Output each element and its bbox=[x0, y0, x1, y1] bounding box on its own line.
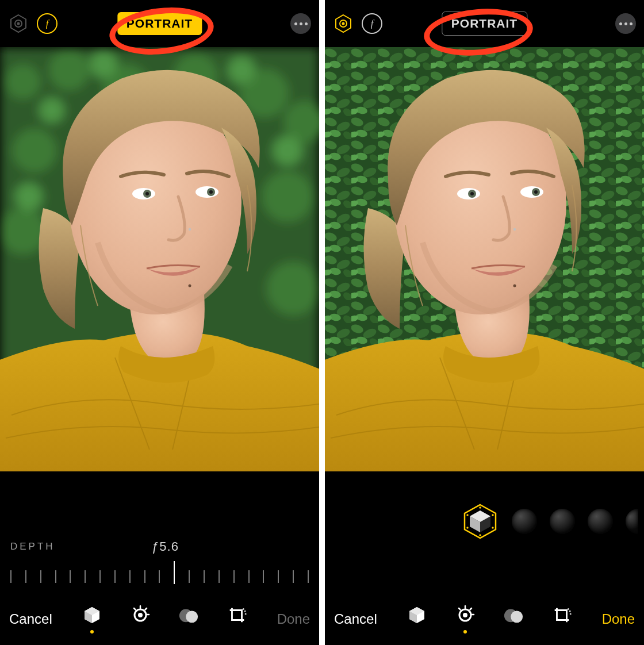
lighting-option-studio[interactable] bbox=[512, 509, 537, 534]
svg-point-75 bbox=[568, 609, 569, 610]
svg-line-72 bbox=[459, 608, 461, 610]
svg-point-10 bbox=[13, 129, 56, 172]
ruler-tick bbox=[218, 570, 220, 583]
svg-point-28 bbox=[189, 285, 191, 287]
ruler-tick bbox=[159, 570, 160, 583]
active-tab-dot bbox=[90, 630, 94, 634]
svg-point-19 bbox=[15, 183, 43, 210]
svg-point-62 bbox=[492, 514, 493, 516]
ruler-marker[interactable] bbox=[174, 561, 175, 584]
svg-point-38 bbox=[244, 611, 246, 612]
depth-readout: DEPTH ƒ5.6 bbox=[0, 531, 319, 559]
svg-point-64 bbox=[479, 534, 481, 536]
tab-adjust[interactable] bbox=[455, 605, 476, 634]
photo-preview[interactable] bbox=[325, 47, 644, 471]
ruler-tick bbox=[233, 570, 235, 583]
bottom-tabbar: Cancel bbox=[0, 593, 319, 645]
top-left-icon-group: f bbox=[333, 13, 382, 34]
ruler-tick bbox=[129, 570, 131, 583]
svg-point-56 bbox=[534, 190, 538, 194]
ruler-tick bbox=[85, 570, 86, 583]
edit-mode-tabs bbox=[52, 605, 277, 634]
ruler-tick bbox=[204, 570, 205, 583]
portrait-mode-badge[interactable]: PORTRAIT bbox=[117, 12, 202, 35]
svg-point-30 bbox=[138, 613, 143, 617]
svg-point-66 bbox=[466, 514, 468, 516]
portrait-mode-badge[interactable]: PORTRAIT bbox=[442, 11, 527, 36]
ruler-tick bbox=[293, 570, 294, 583]
svg-point-77 bbox=[570, 613, 571, 615]
ruler-tick bbox=[99, 570, 101, 583]
cancel-button[interactable]: Cancel bbox=[9, 611, 52, 627]
tab-adjust[interactable] bbox=[130, 605, 151, 634]
more-horizontal-icon bbox=[619, 22, 622, 25]
spacer bbox=[325, 559, 644, 593]
ruler-tick bbox=[114, 570, 116, 583]
bottom-controls: Cancel bbox=[325, 471, 644, 645]
svg-point-57 bbox=[513, 228, 516, 231]
lighting-option-natural[interactable] bbox=[461, 502, 499, 540]
more-button[interactable] bbox=[290, 13, 311, 34]
svg-point-27 bbox=[189, 228, 191, 231]
svg-point-17 bbox=[228, 56, 255, 84]
ruler-tick bbox=[25, 570, 26, 583]
svg-point-2 bbox=[17, 22, 20, 25]
tab-filters[interactable] bbox=[503, 605, 524, 634]
svg-point-74 bbox=[511, 611, 523, 623]
svg-point-65 bbox=[466, 527, 468, 528]
top-toolbar: f PORTRAIT bbox=[0, 0, 319, 47]
svg-point-26 bbox=[209, 190, 213, 194]
svg-point-42 bbox=[342, 22, 345, 25]
lighting-option-stage[interactable] bbox=[588, 509, 613, 534]
svg-point-37 bbox=[243, 609, 244, 610]
depth-slider[interactable] bbox=[0, 559, 319, 593]
bottom-controls: DEPTH ƒ5.6 Cancel bbox=[0, 471, 319, 645]
svg-line-32 bbox=[145, 608, 147, 610]
done-button[interactable]: Done bbox=[277, 611, 310, 627]
tab-filters[interactable] bbox=[178, 605, 199, 634]
svg-point-53 bbox=[470, 192, 474, 195]
svg-point-15 bbox=[90, 51, 117, 78]
cancel-button[interactable]: Cancel bbox=[334, 611, 377, 627]
ruler-tick bbox=[10, 570, 12, 583]
ruler-tick bbox=[189, 570, 190, 583]
tab-crop[interactable] bbox=[551, 605, 572, 634]
tab-crop[interactable] bbox=[227, 605, 247, 634]
svg-point-11 bbox=[262, 171, 313, 222]
ruler-tick bbox=[248, 570, 250, 583]
live-photo-icon[interactable] bbox=[333, 13, 354, 34]
editor-pane-right: f PORTRAIT bbox=[325, 0, 644, 645]
cube-icon bbox=[82, 605, 102, 625]
more-button[interactable] bbox=[615, 13, 636, 34]
more-horizontal-icon bbox=[294, 22, 297, 25]
svg-line-70 bbox=[470, 608, 472, 610]
tab-portrait[interactable] bbox=[407, 605, 427, 634]
svg-point-63 bbox=[492, 527, 493, 528]
svg-point-13 bbox=[267, 262, 319, 315]
svg-point-23 bbox=[145, 192, 149, 195]
portrait-lighting-picker[interactable] bbox=[325, 490, 644, 559]
live-photo-icon[interactable] bbox=[8, 13, 29, 34]
top-toolbar: f PORTRAIT bbox=[325, 0, 644, 47]
tab-portrait[interactable] bbox=[82, 605, 102, 634]
svg-point-18 bbox=[273, 136, 302, 166]
lighting-option-contour[interactable] bbox=[550, 509, 575, 534]
done-button[interactable]: Done bbox=[602, 611, 635, 627]
aperture-f-icon[interactable]: f bbox=[362, 13, 382, 34]
svg-point-61 bbox=[479, 506, 481, 508]
aperture-f-icon[interactable]: f bbox=[37, 13, 57, 34]
svg-point-39 bbox=[245, 613, 246, 615]
edit-mode-tabs bbox=[377, 605, 602, 634]
bottom-tabbar: Cancel bbox=[325, 593, 644, 645]
svg-point-14 bbox=[39, 98, 64, 123]
ruler-tick bbox=[70, 570, 71, 583]
lighting-option-stage-mono[interactable] bbox=[626, 509, 638, 534]
photo-preview[interactable] bbox=[0, 47, 319, 471]
svg-point-76 bbox=[569, 611, 570, 612]
filters-overlap-icon bbox=[178, 605, 199, 625]
crop-rotate-icon bbox=[227, 605, 247, 625]
editor-pane-left: f PORTRAIT bbox=[0, 0, 319, 645]
adjust-dial-icon bbox=[130, 605, 151, 625]
svg-point-5 bbox=[49, 50, 89, 90]
ruler-tick bbox=[144, 570, 145, 583]
